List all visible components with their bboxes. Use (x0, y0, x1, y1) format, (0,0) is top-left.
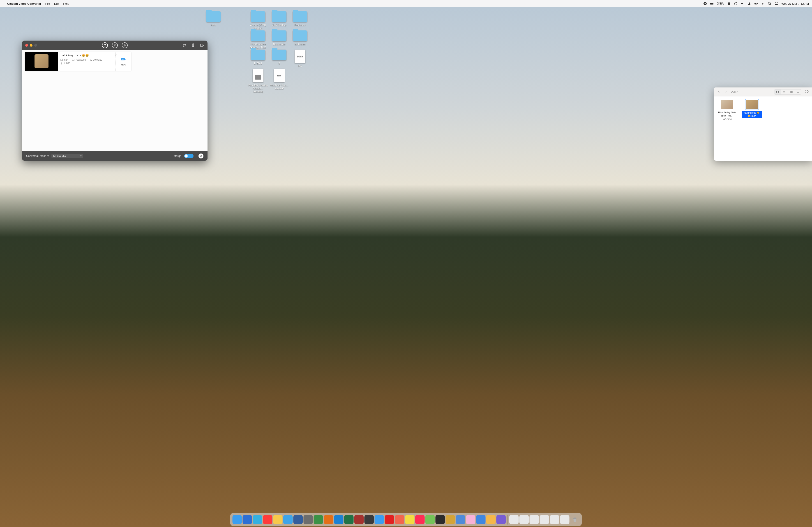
menu-file[interactable]: File (45, 2, 50, 5)
menu-help[interactable]: Help (63, 2, 69, 5)
file-duration: 00:00:10 (90, 58, 102, 61)
desktop-item[interactable]: Parallels Desktop Activati…Tool.dmg (248, 69, 269, 93)
menubar-datetime[interactable]: Wed 27 Mar 7:12 AM (781, 2, 809, 5)
svg-rect-23 (61, 59, 62, 61)
menu-edit[interactable]: Edit (54, 2, 59, 5)
dock-app-icon[interactable] (496, 515, 506, 524)
convert-button[interactable] (199, 153, 203, 159)
minimize-window-icon[interactable] (30, 44, 32, 47)
status-icon-1[interactable] (727, 2, 731, 5)
dock-app-icon[interactable] (375, 515, 384, 524)
user-icon[interactable] (748, 2, 751, 5)
output-format-select[interactable]: MP3 Audio (52, 154, 83, 158)
desktop-item[interactable]: Softwares (290, 30, 310, 46)
dock-minimized-icon[interactable] (530, 515, 539, 524)
export-icon[interactable] (200, 43, 204, 48)
network-speed[interactable]: 0KB/s (717, 2, 724, 5)
dock-app-icon[interactable] (476, 515, 485, 524)
finder-group-icon[interactable] (805, 90, 809, 94)
status-icon-2[interactable] (734, 2, 738, 5)
desktop-item[interactable]: Arcane (2021) [1080p] (248, 11, 269, 30)
dock-minimized-icon[interactable] (540, 515, 549, 524)
menubar: Cisdem Video Converter File Edit Help 0K… (0, 0, 812, 7)
desktop-item[interactable]: Halo (203, 11, 224, 27)
desktop-item[interactable]: RTFRead-me_Про…меня.rtf (269, 69, 290, 90)
maximize-window-icon[interactable] (34, 44, 37, 47)
dock-app-icon[interactable] (314, 515, 323, 524)
dock-app-icon[interactable] (456, 515, 465, 524)
svg-rect-2 (728, 2, 730, 5)
dock-app-icon[interactable] (405, 515, 415, 524)
column-view-icon[interactable] (788, 90, 794, 94)
dock-app-icon[interactable] (446, 515, 455, 524)
dock-app-icon[interactable] (273, 515, 282, 524)
file-card[interactable]: talking cat-😸😸 mp4 720x1280 00:00:10 1.4… (25, 52, 131, 71)
dock-app-icon[interactable] (263, 515, 273, 524)
svg-point-21 (192, 46, 194, 47)
dock-minimized-icon[interactable] (520, 515, 529, 524)
list-view-icon[interactable] (781, 90, 787, 94)
battery-icon[interactable] (754, 2, 758, 5)
converter-titlebar[interactable] (22, 41, 207, 50)
spotlight-icon[interactable] (768, 2, 771, 5)
svg-rect-30 (777, 92, 777, 93)
dock-app-icon[interactable] (466, 515, 476, 524)
dock-app-icon[interactable] (293, 515, 303, 524)
dock-minimized-icon[interactable] (550, 515, 560, 524)
output-format-button[interactable]: MP3 MP3 (115, 52, 131, 71)
gallery-view-icon[interactable] (795, 90, 801, 94)
svg-rect-29 (778, 91, 779, 92)
converter-body[interactable]: talking cat-😸😸 mp4 720x1280 00:00:10 1.4… (22, 50, 207, 151)
dock-app-icon[interactable] (385, 515, 394, 524)
icon-view-icon[interactable] (774, 90, 781, 94)
rip-tab-icon[interactable] (122, 42, 128, 48)
dock-app-icon[interactable] (233, 515, 242, 524)
dock-app-icon[interactable] (354, 515, 364, 524)
finder-back-icon[interactable] (716, 90, 721, 94)
dock-app-icon[interactable] (415, 515, 425, 524)
desktop-item[interactable]: DOCXPW (290, 49, 310, 68)
dock-app-icon[interactable] (425, 515, 435, 524)
dock-app-icon[interactable] (253, 515, 262, 524)
svg-line-11 (770, 4, 771, 5)
desktop-item[interactable]: 1. BMG (248, 49, 269, 65)
dock-app-icon[interactable] (324, 515, 333, 524)
svg-rect-41 (806, 90, 806, 91)
finder-item[interactable]: Rick Astley Gets Rick Roll…lol).mp4 (717, 100, 738, 121)
dock-app-icon[interactable] (486, 515, 496, 524)
dmg-icon (252, 69, 263, 82)
app-name[interactable]: Cisdem Video Converter (7, 2, 41, 5)
desktop-item[interactable]: Downloads (269, 30, 290, 46)
dock-app-icon[interactable] (436, 515, 445, 524)
trash-icon[interactable] (570, 515, 580, 524)
finder-forward-icon[interactable] (724, 90, 728, 94)
dock-minimized-icon[interactable] (560, 515, 569, 524)
dock-app-icon[interactable] (304, 515, 313, 524)
dock-app-icon[interactable] (395, 515, 404, 524)
dock-app-icon[interactable] (364, 515, 374, 524)
dock-app-icon[interactable] (283, 515, 293, 524)
keyboard-icon[interactable] (710, 2, 714, 5)
close-window-icon[interactable] (25, 44, 28, 47)
dock-app-icon[interactable] (334, 515, 344, 524)
desktop-item[interactable]: Freelance (290, 11, 310, 27)
status-check-icon[interactable] (703, 2, 707, 5)
edit-file-icon[interactable] (115, 53, 118, 57)
download-tab-icon[interactable] (112, 42, 118, 48)
control-center-icon[interactable] (774, 2, 778, 5)
merge-toggle[interactable] (184, 154, 193, 158)
finder-body[interactable]: Rick Astley Gets Rick Roll…lol).mp4talki… (714, 96, 812, 124)
traffic-lights (25, 44, 37, 47)
cart-icon[interactable] (182, 43, 186, 48)
status-icon-3[interactable] (741, 2, 744, 5)
finder-item-label: Rick Astley Gets Rick Roll…lol).mp4 (718, 111, 736, 120)
thermometer-icon[interactable] (191, 43, 195, 48)
desktop-item[interactable]: 0 (269, 49, 290, 65)
wifi-icon[interactable] (761, 2, 765, 5)
desktop-item[interactable]: Jibril Backup (269, 11, 290, 27)
convert-tab-icon[interactable] (102, 42, 108, 48)
dock-app-icon[interactable] (344, 515, 354, 524)
dock-app-icon[interactable] (243, 515, 252, 524)
dock-minimized-icon[interactable] (509, 515, 519, 524)
finder-item[interactable]: talking cat-😸😸.mp4 (742, 100, 763, 118)
